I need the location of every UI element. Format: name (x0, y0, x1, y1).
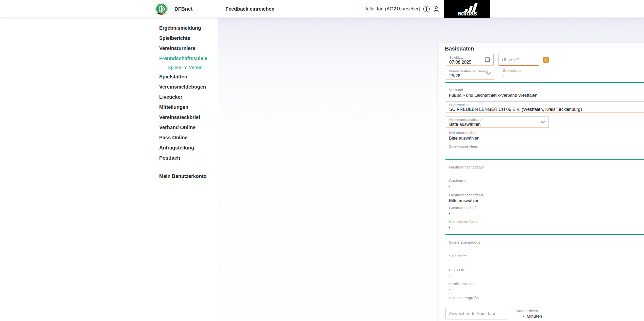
sidebar-item-spiele-im-verein[interactable]: Spiele im Verein (0, 63, 217, 72)
sidebar-item-freundschaftsspiele[interactable]: Freundschaftsspiele (0, 53, 217, 63)
gastmannschaft-display: Gastmannschaft - (449, 205, 477, 216)
spielklasse-heim-display: Spielklasse Heim - (449, 144, 478, 155)
gastmannschaftstyp-display: Gastmannschaftstyp (449, 165, 484, 170)
chevron-down-icon[interactable] (540, 120, 545, 124)
saison-value: 25/26 (449, 73, 491, 79)
sidebar-item-ergebnismeldung[interactable]: Ergebnismeldung (0, 23, 217, 33)
sidebar-item-mein-benutzerkonto[interactable]: Mein Benutzerkonto (0, 171, 217, 181)
sidebar-item-spielstaetten[interactable]: Spielstätten (0, 72, 217, 82)
app-root: DFBnet Feedback einreichen Hallo Jan (AO… (0, 0, 644, 321)
nav-feedback-link[interactable]: Feedback einreichen (226, 0, 275, 18)
spielklasse-gast-display: Spielklasse Gast - (449, 219, 477, 230)
sidebar-item-vereinssteckbrief[interactable]: Vereinssteckbrief (0, 112, 217, 122)
sidebar-item-mitteilungen[interactable]: Mitteilungen (0, 102, 217, 112)
sidebar-item-liveticker[interactable]: Liveticker (0, 92, 217, 102)
chevron-down-icon[interactable] (486, 71, 491, 76)
adidas-logo: adidas (444, 0, 490, 18)
calendar-icon[interactable] (484, 56, 490, 63)
app-header: DFBnet Feedback einreichen Hallo Jan (AO… (0, 0, 644, 18)
time-warning-icon[interactable]: i (543, 57, 549, 63)
content-area: Basisdaten Spieldatum * 07.08.2025 i (218, 18, 644, 321)
spielstaette-display: Spielstätte - (449, 254, 467, 264)
gastmannschaftsart-display: Gastmannschaftsart Bitte auswählen (449, 193, 483, 204)
heimmannschaftsart-value: Bitte auswählen (449, 122, 545, 127)
heimverein-field[interactable]: Heimverein * SC PREUßEN LENGERICH 06 E.V… (446, 101, 644, 113)
abweichende-spieldauer-input[interactable] (445, 308, 508, 319)
user-greeting: Hallo Jan (AO21buescher) (363, 0, 420, 18)
sidebar-item-vereinsmeldebogen[interactable]: Vereinsmeldebogen (0, 82, 217, 92)
basisdaten-card: Basisdaten Spieldatum * 07.08.2025 i (439, 43, 644, 321)
brand-name: DFBnet (174, 0, 192, 18)
info-icon[interactable] (423, 6, 430, 13)
heimverein-label: Heimverein * (449, 103, 644, 107)
spielstaettenmodus-display: Spielstättenmodus (449, 240, 480, 245)
sidebar-item-verband-online[interactable]: Verband Online (0, 122, 217, 132)
verband-display: Verband Fußball- und Leichtathletik-Verb… (449, 87, 537, 98)
adidas-wordmark: adidas (458, 9, 477, 17)
sidebar-item-postfach[interactable]: Postfach (0, 153, 217, 163)
plz-ort-display: PLZ / Ort - (449, 267, 464, 278)
heimverein-value: SC PREUßEN LENGERICH 06 E.V. (Westfalen,… (449, 107, 644, 112)
section-divider (445, 159, 644, 160)
dfb-logo (155, 2, 168, 16)
saison-label: Mannschaften der Saison (449, 69, 491, 73)
sidebar-item-pass-online[interactable]: Pass Online (0, 132, 217, 143)
strasse-hausnr-display: Straße/Hausnr. - (449, 281, 475, 292)
section-divider (445, 82, 644, 83)
sidebar-item-vereinsturniere[interactable]: Vereinsturniere (0, 43, 217, 53)
saison-field[interactable]: Mannschaften der Saison 25/26 (446, 68, 494, 80)
uhrzeit-field[interactable] (498, 54, 539, 66)
heimmannschaftsart-field[interactable]: Heimmannschaftsart * Bitte auswählen (446, 116, 549, 128)
user-account-icon[interactable] (433, 6, 440, 13)
uhrzeit-input[interactable] (499, 54, 539, 65)
spielstatus-display: Spielstatus - (503, 68, 521, 79)
spieldatum-field[interactable]: Spieldatum * 07.08.2025 (446, 54, 494, 66)
gastverein-display: Gastverein - (449, 178, 468, 189)
section-divider (445, 234, 644, 235)
spieldauer-standard-display: Standardwert - Minuten (516, 308, 542, 319)
sidebar-item-spielberichte[interactable]: Spielberichte (0, 33, 217, 43)
spielstaettengroesse-display: Spielstättengröße (449, 295, 479, 301)
heimmannschaftsart-label: Heimmannschaftsart * (449, 118, 545, 122)
sidebar: Ergebnismeldung Spielberichte Vereinstur… (0, 18, 217, 321)
heimmannschaft-display: Heimmannschaft Bitte auswählen (449, 130, 479, 141)
brand-divider (171, 4, 171, 14)
page-title: Basisdaten (445, 46, 474, 52)
sidebar-item-antragstellung[interactable]: Antragstellung (0, 143, 217, 153)
